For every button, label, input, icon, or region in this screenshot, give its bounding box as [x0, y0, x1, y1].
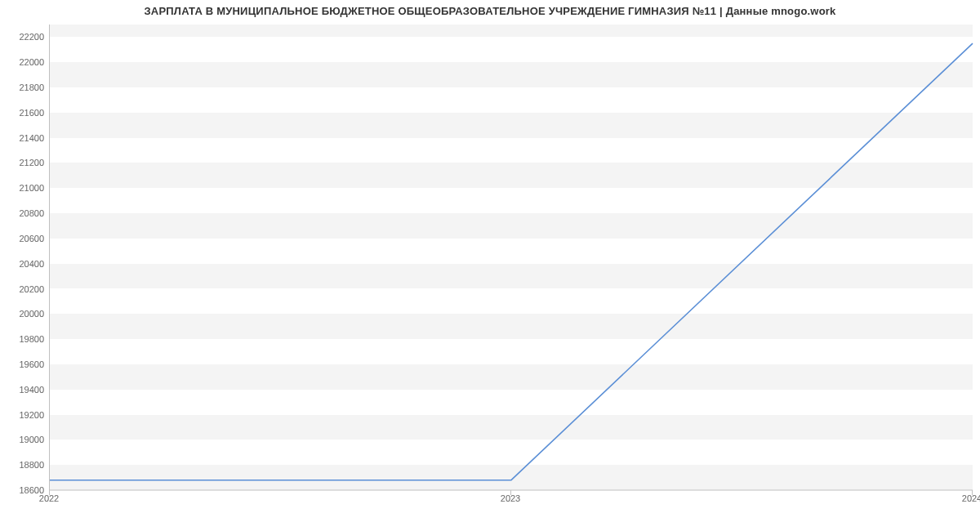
y-tick-label: 20400 — [3, 259, 44, 269]
y-tick-label: 19600 — [3, 359, 44, 369]
line-series — [50, 25, 973, 490]
y-tick-label: 20200 — [3, 284, 44, 294]
chart-container: ЗАРПЛАТА В МУНИЦИПАЛЬНОЕ БЮДЖЕТНОЕ ОБЩЕО… — [0, 0, 980, 531]
y-tick-label: 18600 — [3, 485, 44, 495]
chart-title: ЗАРПЛАТА В МУНИЦИПАЛЬНОЕ БЮДЖЕТНОЕ ОБЩЕО… — [0, 5, 980, 17]
y-tick-label: 21400 — [3, 133, 44, 143]
y-tick-label: 19800 — [3, 334, 44, 344]
y-tick-label: 20600 — [3, 234, 44, 243]
y-tick-label: 19400 — [3, 385, 44, 395]
x-tick-label: 2024 — [962, 493, 980, 503]
y-tick-label: 22000 — [3, 57, 44, 67]
x-tick-mark — [972, 490, 973, 495]
y-tick-label: 22200 — [3, 32, 44, 42]
y-tick-label: 19200 — [3, 410, 44, 420]
y-tick-label: 21200 — [3, 158, 44, 167]
y-tick-label: 21000 — [3, 183, 44, 193]
y-tick-label: 21600 — [3, 108, 44, 118]
plot-area — [49, 25, 973, 490]
x-tick-mark — [510, 490, 511, 495]
y-tick-label: 19000 — [3, 435, 44, 444]
y-tick-label: 21800 — [3, 83, 44, 92]
y-tick-label: 20800 — [3, 208, 44, 218]
x-tick-mark — [49, 490, 50, 495]
y-tick-label: 20000 — [3, 309, 44, 319]
series-line — [50, 43, 973, 480]
y-tick-label: 18800 — [3, 460, 44, 470]
